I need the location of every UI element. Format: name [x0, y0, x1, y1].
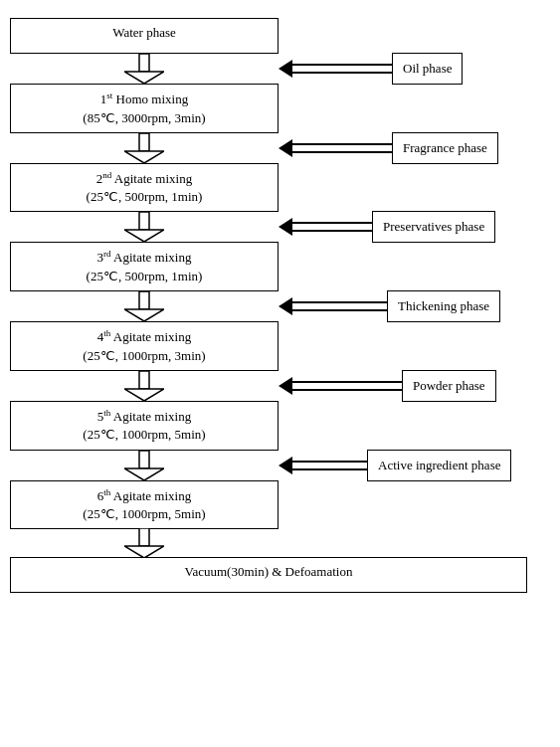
mixing4-box: 4th Agitate mixing (25℃, 1000rpm, 3min)	[10, 321, 279, 371]
arrowhead-active	[279, 457, 292, 474]
left-arrow-thickening	[279, 297, 387, 315]
water-phase-label: Water phase	[112, 25, 176, 40]
sup-nd4: th	[103, 408, 110, 418]
vacuum-label: Vacuum(30min) & Defoamation	[185, 564, 353, 579]
svg-rect-12	[139, 528, 149, 546]
left-arrow-preservatives	[279, 218, 372, 236]
svg-marker-9	[124, 389, 164, 401]
left-arrow-powder	[279, 377, 402, 395]
down-arrow-7	[10, 528, 279, 558]
arrow-line-thickening	[292, 301, 387, 311]
down-arrow-5	[10, 371, 279, 401]
left-arrow-oil	[279, 60, 392, 78]
arrowhead-oil	[279, 60, 292, 78]
mixing1-box: 1st Homo mixing (85℃, 3000rpm, 3min)	[10, 84, 279, 133]
svg-rect-10	[139, 451, 149, 468]
fragrance-phase-arrow-container: Fragrance phase	[279, 133, 550, 163]
down-arrow-6	[10, 451, 279, 480]
svg-rect-0	[139, 54, 149, 72]
mixing6-box: 6th Agitate mixing (25℃, 1000rpm, 5min)	[10, 480, 279, 530]
preservatives-phase-box: Preservatives phase	[372, 211, 495, 243]
svg-marker-13	[124, 546, 164, 558]
left-arrow-fragrance	[279, 139, 392, 157]
svg-marker-7	[124, 309, 164, 321]
down-arrow-1	[10, 54, 279, 84]
svg-marker-5	[124, 230, 164, 242]
thickening-phase-box: Thickening phase	[387, 290, 500, 322]
arrow-line-preservatives	[292, 222, 372, 232]
svg-marker-1	[124, 72, 164, 84]
arrow-line-active	[292, 461, 367, 470]
sup-nd5: th	[103, 487, 110, 497]
arrowhead-powder	[279, 377, 292, 395]
thickening-phase-arrow-container: Thickening phase	[279, 291, 550, 321]
vacuum-box: Vacuum(30min) & Defoamation	[10, 557, 527, 593]
sup-nd2: rd	[103, 249, 111, 259]
svg-marker-3	[124, 151, 164, 163]
svg-marker-11	[124, 468, 164, 480]
down-arrow-2	[10, 133, 279, 163]
fragrance-phase-box: Fragrance phase	[392, 132, 498, 164]
svg-rect-2	[139, 133, 149, 151]
down-arrow-3	[10, 212, 279, 242]
oil-phase-arrow-container: Oil phase	[279, 54, 550, 84]
svg-rect-8	[139, 371, 149, 389]
preservatives-phase-arrow-container: Preservatives phase	[279, 212, 550, 242]
svg-rect-4	[139, 212, 149, 230]
mixing5-box: 5th Agitate mixing (25℃, 1000rpm, 5min)	[10, 401, 279, 451]
arrowhead-thickening	[279, 297, 292, 315]
down-arrow-4	[10, 291, 279, 321]
left-arrow-active	[279, 457, 367, 474]
svg-rect-6	[139, 291, 149, 309]
mixing3-box: 3rd Agitate mixing (25℃, 500rpm, 1min)	[10, 242, 279, 291]
powder-phase-box: Powder phase	[402, 370, 496, 402]
arrow-line-powder	[292, 381, 402, 391]
oil-phase-box: Oil phase	[392, 53, 463, 85]
active-phase-box: Active ingredient phase	[367, 450, 511, 481]
arrow-line-fragrance	[292, 143, 392, 153]
active-phase-arrow-container: Active ingredient phase	[279, 451, 550, 480]
powder-phase-arrow-container: Powder phase	[279, 371, 550, 401]
water-phase-box: Water phase	[10, 18, 279, 54]
sup-nd1: nd	[102, 170, 111, 180]
arrowhead-fragrance	[279, 139, 292, 157]
sup-st: st	[106, 91, 112, 100]
arrow-line-oil	[292, 64, 392, 74]
mixing2-box: 2nd Agitate mixing (25℃, 500rpm, 1min)	[10, 163, 279, 213]
sup-nd3: th	[103, 328, 110, 338]
arrowhead-preservatives	[279, 218, 292, 236]
